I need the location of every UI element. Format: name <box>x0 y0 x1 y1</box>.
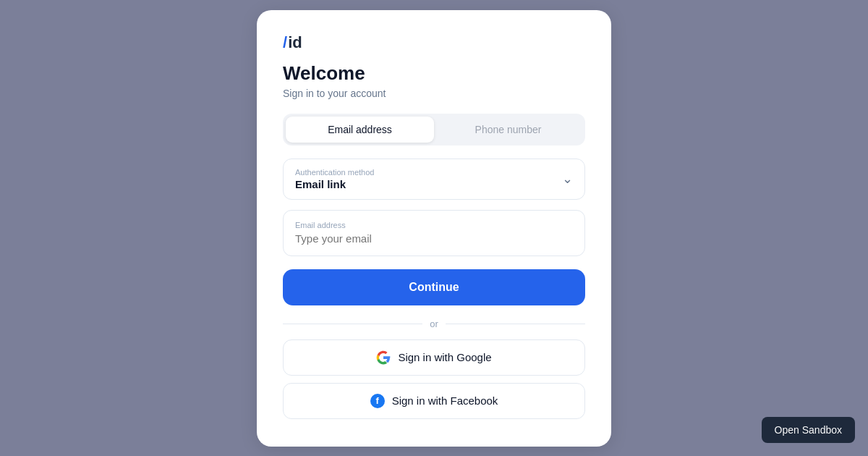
tab-group: Email address Phone number <box>283 114 585 145</box>
email-field-container: Email address <box>283 210 585 256</box>
email-field-label: Email address <box>295 221 573 229</box>
auth-method-label: Authentication method <box>295 168 374 177</box>
chevron-down-icon: ⌄ <box>562 171 573 187</box>
logo: / id <box>283 33 585 52</box>
divider-line-right <box>446 324 585 324</box>
logo-id: id <box>288 33 302 52</box>
google-icon <box>376 350 391 365</box>
continue-button[interactable]: Continue <box>283 269 585 305</box>
auth-method-content: Authentication method Email link <box>295 168 374 190</box>
auth-method-value: Email link <box>295 178 374 190</box>
divider-line-left <box>283 324 422 324</box>
email-input[interactable] <box>295 232 573 245</box>
open-sandbox-button[interactable]: Open Sandbox <box>762 417 855 443</box>
welcome-title: Welcome <box>283 62 585 85</box>
tab-phone[interactable]: Phone number <box>434 117 582 143</box>
or-divider: or <box>283 318 585 329</box>
google-signin-label: Sign in with Google <box>398 351 491 363</box>
tab-email[interactable]: Email address <box>286 117 434 143</box>
facebook-icon: f <box>370 394 385 408</box>
auth-card: / id Welcome Sign in to your account Ema… <box>257 10 611 447</box>
facebook-signin-label: Sign in with Facebook <box>392 394 498 407</box>
auth-method-dropdown[interactable]: Authentication method Email link ⌄ <box>283 159 585 200</box>
or-text: or <box>430 318 438 329</box>
logo-slash: / <box>283 33 287 52</box>
welcome-subtitle: Sign in to your account <box>283 88 585 99</box>
google-signin-button[interactable]: Sign in with Google <box>283 339 585 376</box>
facebook-signin-button[interactable]: f Sign in with Facebook <box>283 383 585 419</box>
